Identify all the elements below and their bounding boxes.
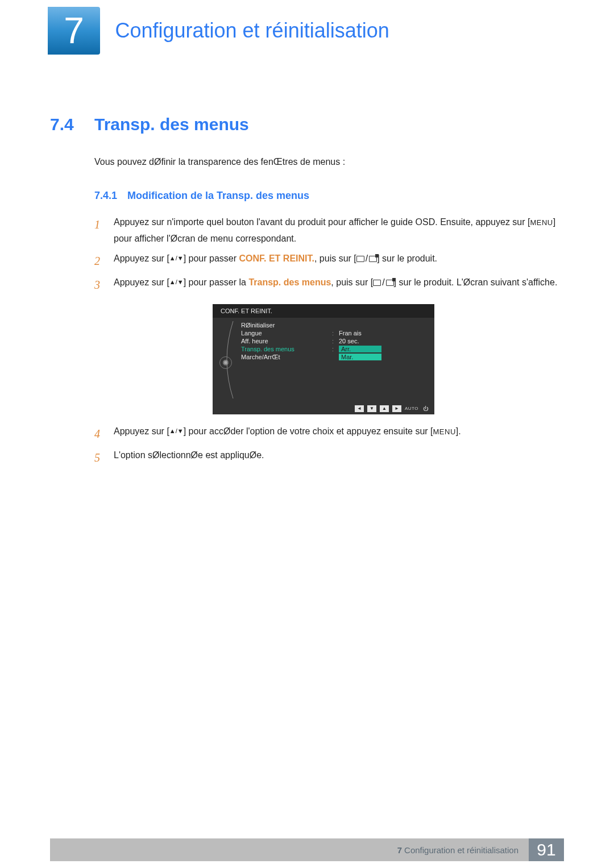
enter-icons: /	[356, 251, 377, 267]
step-text: Appuyez sur [▲/▼] pour passer CONF. ET R…	[114, 251, 564, 271]
footer-breadcrumb: 7 Configuration et réinitialisation	[50, 838, 529, 861]
arrow-up-down-icon: ▲/▼	[169, 426, 184, 437]
step-number: 5	[94, 447, 103, 468]
osd-item-transp: Transp. des menus	[241, 345, 332, 353]
osd-btn-down-icon: ▼	[367, 405, 376, 412]
section-number: 7.4	[50, 115, 94, 134]
step-number: 3	[94, 275, 103, 295]
footer-chapter-number: 7	[397, 845, 402, 855]
osd-curve: ✺	[213, 318, 241, 401]
inline-menu-label: MENU	[530, 218, 553, 227]
step-text: Appuyez sur [▲/▼] pour accØder l'option …	[114, 423, 564, 444]
page-footer: 7 Configuration et réinitialisation 91	[50, 838, 564, 861]
step-number: 4	[94, 423, 103, 444]
step-3: 3 Appuyez sur [▲/▼] pour passer la Trans…	[94, 275, 564, 295]
highlight-text: CONF. ET REINIT.	[239, 254, 314, 263]
step-number: 2	[94, 251, 103, 271]
screen-plus-icon	[369, 256, 377, 262]
section: 7.4 Transp. des menus Vous pouvez dØfini…	[50, 115, 564, 468]
step-text: Appuyez sur n'importe quel bouton l'avan…	[114, 214, 564, 247]
section-intro: Vous pouvez dØfinir la transparence des …	[94, 157, 564, 167]
osd-menu-list: RØinitialiser Langue Aff. heure Transp. …	[241, 318, 332, 401]
enter-icons: /	[373, 275, 393, 291]
footer-chapter-title: Configuration et réinitialisation	[404, 845, 518, 855]
osd-preview: CONF. ET REINIT. ✺ RØinitialiser Langue …	[213, 304, 434, 414]
osd-title: CONF. ET REINIT.	[213, 304, 434, 318]
chapter-number-badge: 7	[48, 7, 100, 55]
highlight-text: Transp. des menus	[248, 277, 331, 287]
subsection-number: 7.4.1	[94, 190, 127, 202]
page-number: 91	[529, 838, 564, 861]
osd-auto-label: AUTO	[405, 406, 418, 411]
step-4: 4 Appuyez sur [▲/▼] pour accØder l'optio…	[94, 423, 564, 444]
screen-plus-icon	[386, 280, 394, 286]
osd-option-arr: Arr.	[339, 346, 381, 352]
osd-btn-left-icon: ◄	[355, 405, 364, 412]
chapter-header: 7 Configuration et réinitialisation	[0, 7, 614, 64]
steps-list: 1 Appuyez sur n'importe quel bouton l'av…	[94, 214, 564, 468]
osd-option-mar: Mar.	[339, 354, 381, 360]
section-title: Transp. des menus	[94, 115, 249, 134]
step-number: 1	[94, 214, 103, 247]
osd-value-aff: 20 sec.	[339, 338, 359, 344]
osd-btn-right-icon: ►	[392, 405, 401, 412]
osd-footer-controls: ◄ ▼ ▲ ► AUTO ⏻	[355, 405, 429, 412]
osd-item-langue: Langue	[241, 329, 332, 337]
step-text: Appuyez sur [▲/▼] pour passer la Transp.…	[114, 275, 564, 295]
osd-values: :Fran ais :20 sec. :Arr. Mar.	[332, 318, 434, 401]
step-1: 1 Appuyez sur n'importe quel bouton l'av…	[94, 214, 564, 247]
arrow-up-down-icon: ▲/▼	[169, 277, 184, 288]
arrow-up-down-icon: ▲/▼	[169, 253, 184, 264]
step-5: 5 L'option sØlectionnØe est appliquØe.	[94, 447, 564, 468]
step-2: 2 Appuyez sur [▲/▼] pour passer CONF. ET…	[94, 251, 564, 271]
chapter-title: Configuration et réinitialisation	[115, 7, 389, 55]
osd-item-marche: Marche/ArrŒt	[241, 353, 332, 361]
osd-item-reset: RØinitialiser	[241, 321, 332, 329]
subsection-title: Modification de la Transp. des menus	[127, 190, 309, 202]
osd-item-aff-heure: Aff. heure	[241, 337, 332, 345]
inline-menu-label: MENU	[433, 427, 456, 436]
screen-icon	[356, 256, 364, 262]
osd-btn-up-icon: ▲	[380, 405, 389, 412]
step-text: L'option sØlectionnØe est appliquØe.	[114, 447, 564, 468]
power-icon: ⏻	[422, 405, 429, 412]
osd-value-langue: Fran ais	[339, 330, 362, 337]
screen-icon	[373, 280, 381, 286]
gear-icon: ✺	[219, 356, 232, 369]
